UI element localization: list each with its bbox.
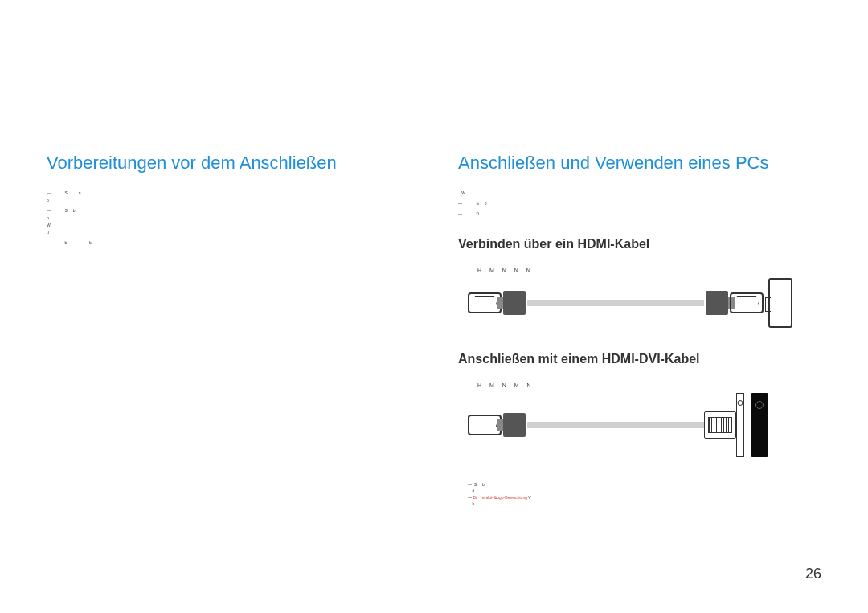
- text-frag: b: [64, 240, 67, 245]
- right-intro-3: D: [458, 210, 821, 218]
- left-para-2: S b n W u: [47, 207, 410, 236]
- left-heading: Vorbereitungen vor dem Anschließen: [47, 153, 410, 174]
- hdmi-connector-left-icon: [503, 413, 526, 437]
- text-frag: b: [73, 208, 76, 213]
- page-content: Vorbereitungen vor dem Anschließen S n b…: [0, 0, 868, 507]
- cable-line-icon: [527, 300, 704, 306]
- hdmi-cable-diagram: [468, 278, 821, 328]
- right-column: Anschließen und Verwenden eines PCs W S …: [458, 153, 821, 507]
- text-frag-hl: eraktiv&ogo-Beleuchtung: [482, 495, 527, 500]
- hdmi-connector-right-icon: [706, 291, 728, 315]
- footnote-1: ― S b d: [468, 481, 821, 494]
- port-label-hdmi-dvi: H M N M N: [477, 382, 821, 388]
- pc-frame-icon: [736, 393, 744, 457]
- pc-tower-dark-icon: [751, 393, 768, 457]
- cable-line-icon: [527, 422, 704, 428]
- right-intro-2: S b: [458, 200, 821, 207]
- text-frag: S: [476, 201, 478, 206]
- page-top-rule: [47, 55, 821, 55]
- dvi-connector-icon: [704, 411, 736, 439]
- left-para-1: S n b: [47, 190, 410, 204]
- pc-tower-icon: [768, 278, 792, 328]
- text-frag: b: [89, 240, 92, 245]
- text-frag-hl: Bt: [473, 495, 477, 500]
- text-frag: u: [47, 230, 49, 235]
- text-frag: n: [47, 215, 49, 220]
- text-frag: V: [528, 495, 530, 500]
- text-frag: b: [485, 201, 487, 206]
- hdmi-dvi-cable-diagram: [468, 393, 821, 457]
- port-label-hdmi: H M N N N: [477, 268, 821, 273]
- text-frag: W: [47, 223, 51, 227]
- text-frag: n: [79, 190, 81, 195]
- page-number: 26: [805, 566, 821, 582]
- text-frag: D: [476, 211, 479, 216]
- text-frag: b: [473, 501, 475, 506]
- sub-heading-hdmi-dvi: Anschließen mit einem HDMI-DVI-Kabel: [458, 352, 821, 366]
- footnote-2: ― Bt eraktiv&ogo-Beleuchtung V b: [468, 494, 821, 507]
- text-frag: S: [64, 190, 67, 195]
- text-frag: W: [461, 190, 465, 195]
- text-frag: S: [64, 208, 67, 213]
- hdmi-port-pc-icon: [730, 292, 764, 313]
- right-intro-1: W: [458, 190, 821, 197]
- text-frag: S: [474, 482, 477, 487]
- sub-heading-hdmi: Verbinden über ein HDMI-Kabel: [458, 237, 821, 251]
- left-para-3: b b: [47, 239, 410, 247]
- hdmi-connector-left-icon: [503, 291, 526, 315]
- text-frag: d: [473, 488, 475, 493]
- left-column: Vorbereitungen vor dem Anschließen S n b…: [47, 153, 410, 507]
- text-frag: b: [482, 482, 485, 487]
- right-heading: Anschließen und Verwenden eines PCs: [458, 153, 821, 174]
- text-frag: b: [47, 198, 49, 202]
